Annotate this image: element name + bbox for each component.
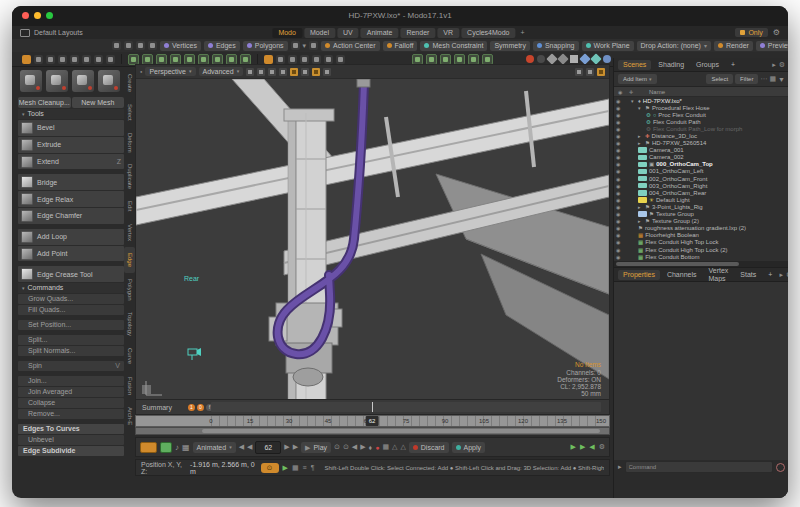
visibility-eye-icon[interactable]: ◉ <box>616 211 623 217</box>
vtab-topology[interactable]: Topology <box>124 306 135 342</box>
vtab-fusion[interactable]: Fusion <box>124 371 135 401</box>
lasso-select-icon[interactable] <box>136 41 145 50</box>
visibility-eye-icon[interactable]: ◉ <box>616 161 623 167</box>
tree-item-texture-group[interactable]: ◉⚑Texture Group <box>614 211 788 218</box>
layers-icon[interactable]: ▦ <box>292 464 299 472</box>
falloff-button[interactable]: Falloff <box>383 41 418 51</box>
tree-item-scene-root[interactable]: ◉▾♦HD-7PXW.lxo* <box>614 97 788 104</box>
dope-sheet-icon[interactable]: ◀ <box>589 443 594 451</box>
soft-falloff-icon[interactable] <box>336 55 345 64</box>
info-icon[interactable]: ¶ <box>311 464 315 471</box>
falloff-preset-icon[interactable] <box>264 55 273 64</box>
previous-key-icon[interactable]: ◀ <box>352 443 357 451</box>
tab-channels[interactable]: Channels <box>662 270 702 280</box>
go-to-start-button[interactable]: ◀ <box>239 443 244 451</box>
vertices-mode-button[interactable]: Vertices <box>160 41 201 51</box>
starburst-item-icon[interactable] <box>526 55 534 63</box>
gem-item-icon[interactable] <box>546 53 557 64</box>
tree-item-boolean[interactable]: ◉▦Floorheight Boolean <box>614 232 788 239</box>
add-column-icon[interactable]: ✚ <box>629 89 635 95</box>
plane-primitive-icon[interactable] <box>98 70 120 92</box>
path-falloff-icon[interactable] <box>300 55 309 64</box>
tree-item-group[interactable]: ◉▸⚑3-Point_Lights_Rig <box>614 203 788 210</box>
tool-haul-button[interactable]: ⊙ <box>261 463 279 473</box>
options-view-icon[interactable] <box>482 54 493 65</box>
discard-button[interactable]: Discard <box>409 442 449 453</box>
cut-icon[interactable] <box>156 54 167 65</box>
visibility-options-icon[interactable] <box>312 68 320 76</box>
globe-view-icon[interactable] <box>426 54 437 65</box>
audio-icon[interactable]: ♪ <box>175 443 179 452</box>
radial-falloff-icon[interactable] <box>288 55 297 64</box>
sphere-item-icon[interactable] <box>537 55 545 63</box>
collapse-arrow-icon[interactable]: ▸ <box>638 133 643 139</box>
vtab-create[interactable]: Create <box>124 68 135 98</box>
tool-add-point[interactable]: Add Point <box>18 246 124 262</box>
vtab-select[interactable]: Select <box>124 98 135 127</box>
dots-view-icon[interactable] <box>440 54 451 65</box>
work-plane-button[interactable]: Work Plane <box>582 41 634 51</box>
tool-extrude[interactable]: Extrude <box>18 137 124 153</box>
collapse-arrow-icon[interactable]: ▸ <box>638 218 643 224</box>
select-arrow-icon[interactable] <box>124 41 133 50</box>
tool-bevel[interactable]: Bevel <box>18 120 124 136</box>
element-move-icon[interactable] <box>82 55 91 64</box>
select-dropdown[interactable]: Select <box>706 74 733 84</box>
blue-gem-item-icon[interactable] <box>579 53 590 64</box>
link-view-icon[interactable] <box>468 54 479 65</box>
tab-animate[interactable]: Animate <box>361 28 399 38</box>
overlay-toggle-icon[interactable] <box>290 68 298 76</box>
center-mode-icon[interactable] <box>309 41 318 50</box>
tree-item-group[interactable]: ◉▸⚑HD-7PXW_5260514 <box>614 140 788 147</box>
tree-item-procedural[interactable]: ◉⚙Flex Conduit Path <box>614 118 788 125</box>
render-button[interactable]: Render <box>714 41 753 51</box>
cmd-grow-quads[interactable]: Grow Quads... <box>18 294 124 304</box>
cmd-collapse[interactable]: Collapse <box>18 398 124 408</box>
command-history-icon[interactable]: ▸ <box>618 463 622 471</box>
delete-icon[interactable] <box>198 54 209 65</box>
tab-render[interactable]: Render <box>400 28 435 38</box>
command-input[interactable] <box>625 461 773 473</box>
filter-funnel-icon[interactable]: ▼ <box>778 76 785 83</box>
auto-key-toggle[interactable] <box>140 442 157 453</box>
drop-action-dropdown[interactable]: Drop Action: (none)▾ <box>637 41 711 51</box>
tree-item-procedural[interactable]: ◉⚙○Proc Flex Conduit <box>614 111 788 118</box>
tree-item-locator[interactable]: ◉▸✚Distance_3D_loc <box>614 132 788 139</box>
clock-icon[interactable]: ⊙ <box>343 443 349 451</box>
tab-scenes[interactable]: Scenes <box>618 60 651 70</box>
current-time-line[interactable] <box>372 402 373 412</box>
vtab-curve[interactable]: Curve <box>124 342 135 370</box>
tab-model[interactable]: Model <box>304 28 335 38</box>
tree-item-camera[interactable]: ◉Camera_001 <box>614 147 788 154</box>
expand-panel-icon[interactable]: ▸ <box>772 61 776 69</box>
visibility-eye-icon[interactable]: ◉ <box>616 112 623 118</box>
visibility-eye-icon[interactable]: ◉ <box>616 225 623 231</box>
panel-settings-icon[interactable]: ⚙ <box>786 271 788 279</box>
wireframe-toggle-icon[interactable] <box>246 68 254 76</box>
collapse-arrow-icon[interactable]: ▸ <box>638 204 643 210</box>
transport-settings-icon[interactable]: ⚙ <box>599 443 605 451</box>
tree-item-group[interactable]: ◉▾⚑Procedural Flex Hose <box>614 104 788 111</box>
tree-item-mesh[interactable]: ◉▦Flex Conduit Bottom <box>614 253 788 260</box>
collapse-arrow-icon[interactable]: ▾ <box>638 105 643 111</box>
cmd-join[interactable]: Join... <box>18 376 124 386</box>
move-tool-icon[interactable] <box>34 55 43 64</box>
cmd-edge-subdivide[interactable]: Edge Subdivide <box>18 446 124 456</box>
cmd-edges-to-curves[interactable]: Edges To Curves <box>18 424 124 434</box>
tree-item-camera[interactable]: ◉002_OrthoCam_Front <box>614 175 788 182</box>
visibility-eye-icon[interactable]: ◉ <box>616 105 623 111</box>
visibility-eye-icon[interactable]: ◉ <box>616 98 623 104</box>
vtab-arch-e[interactable]: Arch-E <box>124 401 135 431</box>
tab-stats[interactable]: Stats <box>735 270 761 280</box>
copy-icon[interactable] <box>170 54 181 65</box>
vtab-deform[interactable]: Deform <box>124 127 135 159</box>
visibility-eye-icon[interactable]: ◉ <box>616 147 623 153</box>
visibility-eye-icon[interactable]: ◉ <box>616 119 623 125</box>
snapping-button[interactable]: Snapping <box>533 41 579 51</box>
name-column-header[interactable]: Name <box>649 89 665 95</box>
visibility-eye-icon[interactable]: ◉ <box>616 190 623 196</box>
tree-item-texture-group[interactable]: ◉▸⚑Texture Group (2) <box>614 218 788 225</box>
tree-item-gradient[interactable]: ◉⚑roughness attenuation gradient.lxp (2) <box>614 225 788 232</box>
reset-tool-icon[interactable] <box>106 55 115 64</box>
zoom-tool-icon[interactable] <box>94 55 103 64</box>
